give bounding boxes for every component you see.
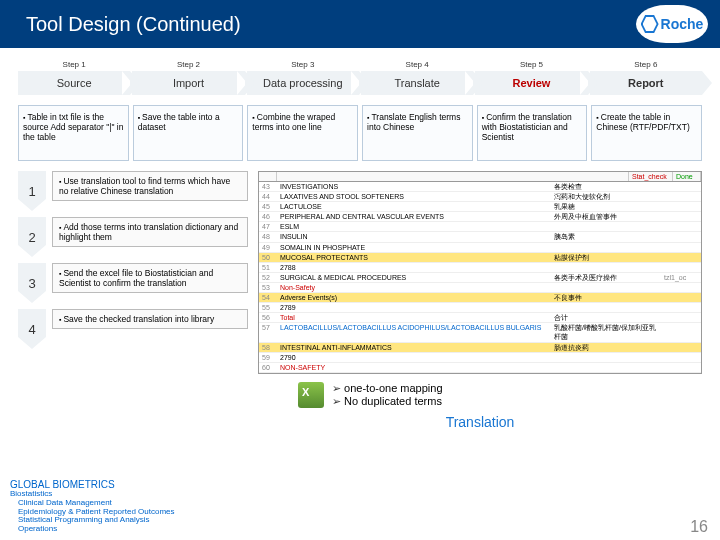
step-report: Report [590, 71, 702, 95]
step-review: Review [475, 71, 587, 95]
table-row: 44LAXATIVES AND STOOL SOFTENERS泻药和大便软化剂 [259, 192, 701, 202]
table-row: 552789 [259, 303, 701, 313]
footer: GLOBAL BIOMETRICS Biostatistics Clinical… [10, 479, 175, 534]
slide-header: Tool Design (Continued) Roche [0, 0, 720, 48]
substep-num-2: 2 [18, 217, 46, 257]
steps-row: Step 1Source Step 2Import Step 3Data pro… [0, 48, 720, 99]
translation-label: Translation [258, 414, 702, 430]
table-row: 57LACTOBACILLUS/LACTOBACILLUS ACIDOPHILU… [259, 323, 701, 342]
table-row: 45LACTULOSE乳果糖 [259, 202, 701, 212]
table-row: 43INVESTIGATIONS各类检查 [259, 182, 701, 192]
desc-processing: Combine the wraped terms into one line [247, 105, 358, 161]
mapping-1: one-to-one mapping [332, 382, 443, 395]
mapping-2: No duplicated terms [332, 395, 443, 408]
table-row: 592790 [259, 353, 701, 363]
step-data-processing: Data processing [247, 71, 359, 95]
desc-source: Table in txt file is the source Add sepa… [18, 105, 129, 161]
table-row: 49SOMALIN IN PHOSPHATE [259, 243, 701, 253]
roche-logo: Roche [636, 5, 708, 43]
table-row: 60NON-SAFETY [259, 363, 701, 373]
step-import: Import [132, 71, 244, 95]
hexagon-icon [641, 15, 659, 33]
table-row: 46PERIPHERAL AND CENTRAL VASCULAR EVENTS… [259, 212, 701, 222]
desc-report: Create the table in Chinese (RTF/PDF/TXT… [591, 105, 702, 161]
table-row: 53Non-Safety [259, 283, 701, 293]
table-row: 58INTESTINAL ANTI-INFLAMMATICS肠道抗炎药 [259, 343, 701, 353]
desc-translate: Translate English terms into Chinese [362, 105, 473, 161]
table-row: 54Adverse Events(s)不良事件 [259, 293, 701, 303]
table-row: 50MUCOSAL PROTECTANTS粘膜保护剂 [259, 253, 701, 263]
desc-import: Save the table into a dataset [133, 105, 244, 161]
page-number: 16 [690, 518, 708, 536]
step-translate: Translate [361, 71, 473, 95]
substep-box-1: Use translation tool to find terms which… [52, 171, 248, 201]
substep-box-3: Send the excel file to Biostatistician a… [52, 263, 248, 293]
substep-num-4: 4 [18, 309, 46, 349]
step-source: Source [18, 71, 130, 95]
table-row: 47ESLM [259, 222, 701, 232]
table-row: 52SURGICAL & MEDICAL PROCEDURES各类手术及医疗操作… [259, 273, 701, 283]
desc-review: Confirm the translation with Biostatisti… [477, 105, 588, 161]
table-row: 56Total合计 [259, 313, 701, 323]
substep-box-2: Add those terms into translation diction… [52, 217, 248, 247]
table-row: 512788 [259, 263, 701, 273]
table-row: 48INSULIN胰岛素 [259, 232, 701, 242]
desc-row: Table in txt file is the source Add sepa… [0, 99, 720, 167]
slide-title: Tool Design (Continued) [26, 13, 241, 36]
excel-icon [298, 382, 324, 408]
substep-box-4: Save the checked translation into librar… [52, 309, 248, 329]
translation-table: Stat_checkDone 43INVESTIGATIONS各类检查44LAX… [258, 171, 702, 374]
substep-num-1: 1 [18, 171, 46, 211]
substep-num-3: 3 [18, 263, 46, 303]
substeps-column: 1Use translation tool to find terms whic… [18, 171, 248, 430]
mapping-row: one-to-one mapping No duplicated terms [298, 382, 702, 408]
